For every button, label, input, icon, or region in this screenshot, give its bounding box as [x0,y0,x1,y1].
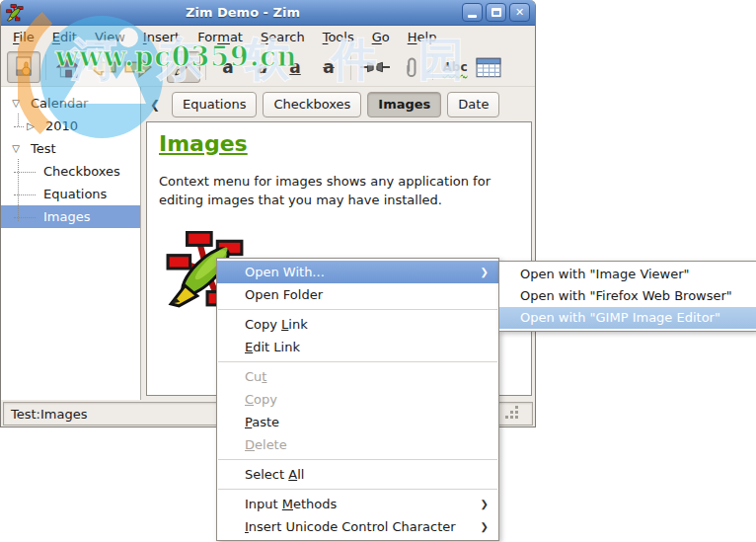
menu-item-copy-link[interactable]: Copy Link [217,313,498,336]
menu-item-delete: Delete [217,433,498,456]
expander-expanded-icon[interactable]: ▽ [9,143,23,154]
tab-images[interactable]: Images [367,92,441,117]
home-button[interactable] [51,51,85,83]
format-mark-button[interactable]: a [278,51,312,83]
menu-item-cut: Cut [217,365,498,388]
table-icon [476,57,501,78]
desktop: Zim Demo - Zim ✕ File Edit View Insert F… [0,0,756,542]
tree-line [18,159,19,221]
menu-item-open-with[interactable]: Open With... ❯ [217,261,498,283]
submenu-item-gimp[interactable]: Open with "GIMP Image Editor" [499,307,756,329]
menu-separator [218,489,497,490]
tree-elbow [14,126,24,127]
spellcheck-icon: Abc [443,60,468,74]
page-jump-icon [13,56,35,78]
sidebar-item-checkboxes[interactable]: Checkboxes [1,160,140,183]
menu-tools[interactable]: Tools [314,28,363,46]
minimize-button[interactable] [462,3,483,22]
menu-separator [218,361,497,362]
toolbar-separator [205,54,206,80]
spell-check-button[interactable]: Abc [438,51,472,83]
sidebar-item-images[interactable]: Images [1,205,140,228]
tab-date[interactable]: Date [447,92,499,117]
titlebar[interactable]: Zim Demo - Zim ✕ [1,0,535,26]
submenu-item-image-viewer[interactable]: Open with "Image Viewer" [499,264,756,285]
sidebar-item-calendar[interactable]: ▽ Calendar [1,92,140,115]
italic-icon: a [256,59,266,76]
menu-separator [218,309,497,310]
format-strike-button[interactable]: a [312,51,345,83]
window-controls: ✕ [462,3,530,22]
toolbar-separator [161,54,162,80]
pencil-icon [173,56,194,78]
attach-file-button[interactable] [394,51,427,83]
menu-insert[interactable]: Insert [134,28,189,46]
sidebar-item-2010[interactable]: ▷ 2010 [1,115,140,137]
menu-file[interactable]: File [4,28,43,46]
open-with-submenu: Open with "Image Viewer" Open with "Fire… [498,261,756,332]
underline-icon: a [289,59,300,76]
menu-format[interactable]: Format [189,28,252,46]
menu-item-input-methods[interactable]: Input Methods ❯ [217,493,498,515]
context-menu: Open With... ❯ Open Folder Copy Link Edi… [216,258,499,541]
menu-item-paste[interactable]: Paste [217,411,498,433]
toolbar: a a a a Abc [1,48,535,87]
grip-dots-icon [515,416,518,419]
bold-icon: a [222,59,233,76]
menu-view[interactable]: View [86,28,134,46]
menu-edit[interactable]: Edit [43,28,86,46]
insert-link-button[interactable] [356,51,394,83]
toolbar-separator [45,54,46,80]
menu-go[interactable]: Go [363,28,399,46]
tab-checkboxes[interactable]: Checkboxes [263,92,361,117]
jump-to-button[interactable] [7,51,40,83]
insert-table-button[interactable] [472,51,505,83]
tree-line [18,114,19,126]
menu-help[interactable]: Help [399,28,446,46]
arrow-left-icon [89,56,116,78]
format-strong-button[interactable]: a [211,51,245,83]
window-title: Zim Demo - Zim [24,5,462,20]
zim-app-icon [6,4,24,22]
link-plug-icon [360,58,390,76]
menu-item-edit-link[interactable]: Edit Link [217,336,498,358]
menu-item-open-folder[interactable]: Open Folder [217,283,498,306]
sidebar-item-equations[interactable]: Equations [1,183,140,205]
toolbar-separator [432,54,433,80]
menu-item-copy: Copy [217,388,498,411]
maximize-button[interactable] [486,3,506,22]
submenu-item-firefox[interactable]: Open with "Firefox Web Browser" [499,285,756,307]
pathbar: ❮ Equations Checkboxes Images Date [141,87,535,121]
pathbar-back-chevron[interactable]: ❮ [150,98,160,112]
submenu-arrow-icon: ❯ [481,261,489,283]
menu-item-insert-unicode[interactable]: Insert Unicode Control Character ❯ [217,515,498,538]
expander-expanded-icon[interactable]: ▽ [9,98,23,109]
page-index-sidebar: ▽ Calendar ▷ 2010 ▽ Test Checkboxes [1,87,141,400]
menu-separator [218,459,497,460]
forward-button[interactable] [120,51,156,83]
close-icon: ✕ [515,7,524,18]
paperclip-icon [402,56,419,78]
strikethrough-icon: a [323,59,334,76]
page-paragraph: Context menu for images shows any applic… [159,172,519,209]
home-icon [56,56,80,78]
maximize-icon [491,8,501,17]
menubar: File Edit View Insert Format Search Tool… [1,26,535,48]
submenu-arrow-icon: ❯ [481,493,489,515]
arrow-right-icon [124,56,152,78]
sidebar-item-test[interactable]: ▽ Test [1,137,140,160]
tab-equations[interactable]: Equations [172,92,257,117]
minimize-icon [468,15,477,18]
menu-search[interactable]: Search [252,28,314,46]
format-emphasis-button[interactable]: a [245,51,278,83]
menu-item-select-all[interactable]: Select All [217,463,498,486]
page-heading: Images [159,131,519,156]
close-button[interactable]: ✕ [509,3,530,22]
toolbar-separator [350,54,351,80]
expander-collapsed-icon[interactable]: ▷ [24,120,38,131]
submenu-arrow-icon: ❯ [481,515,489,538]
back-button[interactable] [85,51,120,83]
toggle-editable-button[interactable] [167,51,200,83]
